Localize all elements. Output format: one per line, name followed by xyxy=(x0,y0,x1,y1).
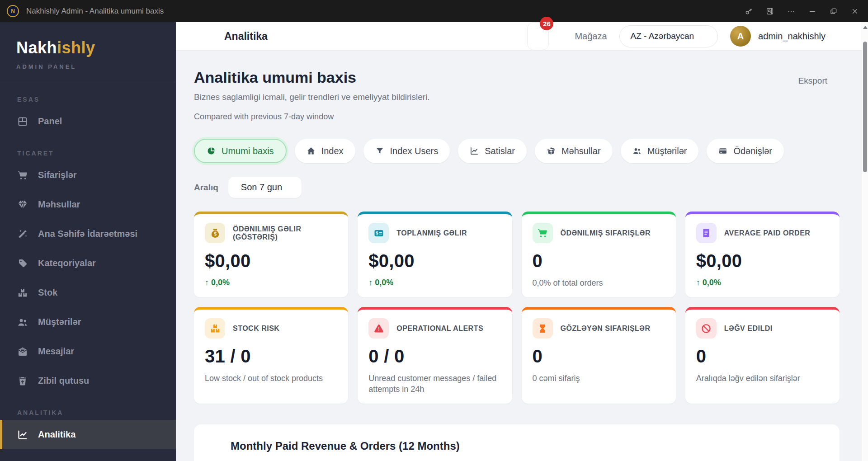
sidebar-item-label: Müştərilər xyxy=(38,317,81,327)
topbar-title: Analitika xyxy=(224,30,268,42)
home-icon xyxy=(307,146,316,155)
download-icon xyxy=(784,76,793,85)
card-icon-chip xyxy=(696,223,717,243)
sidebar-item-stok[interactable]: Stok xyxy=(0,278,176,307)
pie-icon xyxy=(207,146,216,155)
banknote-icon xyxy=(373,228,384,239)
user-menu[interactable]: A admin_nakhishly xyxy=(730,26,841,47)
window-controls xyxy=(738,3,865,20)
sidebar-item-zibil-qutusu[interactable]: Zibil qutusu xyxy=(0,366,176,395)
restore-icon xyxy=(830,7,838,15)
range-select[interactable]: Son 7 gun xyxy=(228,177,302,198)
boxes-icon xyxy=(17,287,28,298)
sidebar-section-label: ESAS xyxy=(0,82,176,107)
ban-icon xyxy=(701,323,712,334)
card-icon-chip xyxy=(533,223,553,243)
tab-label: Müştərilər xyxy=(647,146,687,156)
sidebar-item-mesajlar[interactable]: Mesajlar xyxy=(0,337,176,366)
users-icon xyxy=(17,317,28,328)
topbar-actions: 26 Mağaza AZ - Azərbaycan A admin_nakhis… xyxy=(478,22,841,50)
sidebar-item-sifari-l-r[interactable]: Sifarişlər xyxy=(0,160,176,190)
card-title: OPERATIONAL ALERTS xyxy=(396,325,483,333)
tab-index-users[interactable]: Index Users xyxy=(363,139,450,163)
more-button[interactable] xyxy=(780,3,802,20)
store-link-label: Mağaza xyxy=(575,31,607,42)
mail-icon xyxy=(17,346,28,357)
scrollbar-thumb[interactable] xyxy=(863,42,867,172)
key-button[interactable] xyxy=(738,3,759,20)
restore-button[interactable] xyxy=(823,3,844,20)
metric-card-g-zl-y-n-sifari-l-r: GÖZLƏYƏN SIFARIŞLƏR00 cəmi sifariş xyxy=(522,307,676,404)
chart-card: Monthly Paid Revenue & Orders (12 Months… xyxy=(194,424,840,461)
chevron-down-icon xyxy=(702,33,709,40)
funnel-icon xyxy=(375,146,384,155)
card-value: 0 xyxy=(696,346,829,367)
scrollbar[interactable] xyxy=(862,22,868,461)
sidebar-item-label: Kateqoriyalar xyxy=(38,258,96,268)
language-select[interactable]: AZ - Azərbaycan xyxy=(619,25,718,47)
app-search-button[interactable] xyxy=(759,3,780,20)
sidebar-item-label: Məhsullar xyxy=(38,199,80,210)
sidebar-item-ana-s-hif-i-dar-etm-si[interactable]: Ana Səhifə İdarəetməsi xyxy=(0,219,176,249)
tab-m-hsullar[interactable]: Məhsullar xyxy=(535,139,613,163)
scroll-up-arrow-icon[interactable] xyxy=(863,26,868,29)
wand-icon xyxy=(17,229,28,240)
minimize-button[interactable] xyxy=(802,3,823,20)
hourglass-icon xyxy=(537,323,548,334)
tab-label: Index xyxy=(321,146,344,156)
tags-icon xyxy=(17,258,28,269)
sidebar-item-analitika[interactable]: Analitika xyxy=(0,420,176,449)
minimize-icon xyxy=(808,7,816,15)
brand-logo-accent: ishly xyxy=(57,38,95,57)
cart-icon xyxy=(537,228,548,239)
store-link[interactable]: Mağaza xyxy=(561,31,607,42)
tab-d-ni-l-r[interactable]: Ödənişlər xyxy=(707,139,784,163)
assistant-bot-button[interactable] xyxy=(502,30,515,42)
metric-card-d-nilmi-sifari-l-r: ÖDƏNILMIŞ SIFARIŞLƏR00,0% of total order… xyxy=(522,212,676,297)
sidebar-item-label: Mesajlar xyxy=(38,346,74,357)
metric-card-operational-alerts: OPERATIONAL ALERTS0 / 0Unread customer m… xyxy=(358,307,512,404)
notification-badge: 26 xyxy=(540,17,553,30)
sidebar-item-m-t-ril-r[interactable]: Müştərilər xyxy=(0,307,176,337)
sidebar-item-m-hsullar[interactable]: Məhsullar xyxy=(0,190,176,219)
app-logo-icon: N xyxy=(7,5,19,17)
chevron-down-icon xyxy=(832,77,840,85)
window-titlebar: N Nakhishly Admin - Analitika umumi baxi… xyxy=(0,0,868,22)
chevron-down-icon xyxy=(287,184,294,191)
sidebar-item-panel[interactable]: Panel xyxy=(0,107,176,136)
chart-line-icon xyxy=(17,429,28,440)
credit-card-icon xyxy=(718,146,727,155)
card-title: STOCK RISK xyxy=(233,325,279,333)
card-title: GÖZLƏYƏN SIFARIŞLƏR xyxy=(561,325,651,333)
compare-note: Compared with previous 7-day window xyxy=(194,112,430,122)
sidebar-item-label: Zibil qutusu xyxy=(38,376,89,386)
tab-satislar[interactable]: Satislar xyxy=(458,139,527,163)
sidebar-section-label: TICARET xyxy=(0,136,176,160)
notifications-button[interactable]: 26 xyxy=(527,22,549,50)
export-button[interactable]: Eksport xyxy=(784,76,840,86)
tab-index[interactable]: Index xyxy=(295,139,355,163)
card-value: $0,00 xyxy=(205,251,337,271)
sidebar-item-kateqoriyalar[interactable]: Kateqoriyalar xyxy=(0,249,176,278)
tab-umumi-baxis[interactable]: Umumi baxis xyxy=(194,139,287,163)
metric-card-d-nilmi-g-lir-g-st-ri: ÖDƏNILMIŞ GƏLIR (GÖSTƏRIŞ)$0,00↑ 0,0% xyxy=(194,212,348,297)
tab-m-t-ril-r[interactable]: Müştərilər xyxy=(621,139,699,163)
avatar: A xyxy=(730,26,751,47)
sidebar-toggle-button[interactable] xyxy=(198,30,211,42)
download-button[interactable] xyxy=(478,30,490,42)
card-title: AVERAGE PAID ORDER xyxy=(724,229,811,237)
page-subtitle: Biznes saglamligi icmali, gelir trendler… xyxy=(194,92,430,102)
card-icon-chip xyxy=(205,318,225,339)
card-icon-chip xyxy=(205,223,225,243)
sidebar-nav: ESASPanelTICARETSifarişlərMəhsullarAna S… xyxy=(0,82,176,449)
card-value: $0,00 xyxy=(696,251,829,271)
card-value: 0 / 0 xyxy=(368,346,501,367)
trash-icon xyxy=(17,376,28,386)
page-title: Analitika umumi baxis xyxy=(194,69,430,86)
grid-icon xyxy=(17,116,28,127)
tab-label: Index Users xyxy=(390,146,439,156)
robot-icon xyxy=(502,30,515,42)
sidebar-logo-block: Nakhishly ADMIN PANEL xyxy=(0,22,176,70)
close-button[interactable] xyxy=(844,3,865,20)
card-title: LƏĞV EDILDI xyxy=(724,325,773,333)
